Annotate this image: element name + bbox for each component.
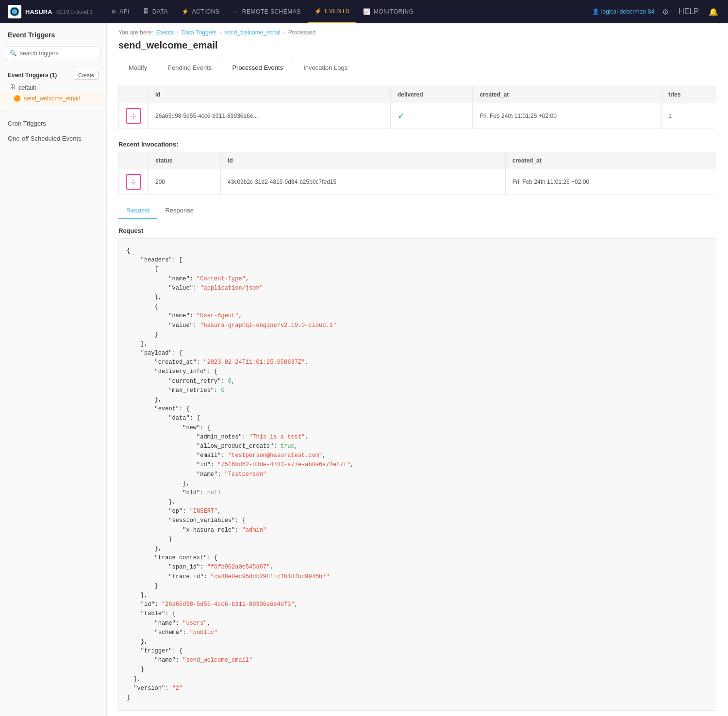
invocations-table-wrap: status id created_at ⊹ 200 43c03b2c-31d2… — [107, 152, 728, 195]
breadcrumb-data-triggers[interactable]: Data Triggers — [182, 29, 216, 36]
search-input[interactable] — [6, 47, 100, 60]
nav-actions-label: ACTIONS — [192, 8, 219, 15]
nav-events-label: EVENTS — [325, 8, 349, 15]
invocations-table: status id created_at ⊹ 200 43c03b2c-31d2… — [118, 152, 716, 195]
event-triggers-label: Event Triggers (1) — [8, 72, 57, 79]
tab-pending-events[interactable]: Pending Events — [157, 59, 222, 76]
col-tries: tries — [662, 86, 716, 103]
create-trigger-button[interactable]: Create — [74, 71, 99, 80]
breadcrumb-trigger-name[interactable]: send_welcome_email — [224, 29, 280, 36]
nav-api-label: API — [119, 8, 130, 15]
actions-icon: ⚡ — [182, 8, 189, 15]
help-label[interactable]: HELP — [677, 5, 701, 18]
notification-icon[interactable]: 🔔 — [707, 5, 720, 18]
version-text: v2.19.0-cloud.1 — [56, 9, 93, 15]
headers-key: "headers" — [141, 257, 172, 263]
inv-status-cell: 200 — [149, 169, 221, 195]
col-delivered: delivered — [390, 86, 472, 103]
inv-col-expand — [119, 152, 149, 169]
events-table-wrap: id delivered created_at tries ⊹ 26a65d98… — [107, 86, 728, 129]
remote-schemas-icon: ↔ — [233, 8, 239, 15]
inv-created-at-cell: Fri, Feb 24th 11:01:26 +02:00 — [505, 169, 716, 195]
sub-tab-response[interactable]: Response — [157, 203, 201, 219]
inv-col-status: status — [149, 152, 221, 169]
events-icon: ⚡ — [314, 8, 322, 15]
sidebar-item-oneoff[interactable]: One-off Scheduled Events — [0, 131, 106, 146]
event-triggers-header: Event Triggers (1) Create — [0, 68, 106, 82]
expand-cell: ⊹ — [119, 103, 149, 129]
nav-user[interactable]: 👤 logical-doberman-84 — [592, 8, 654, 15]
user-icon: 👤 — [592, 8, 599, 15]
code-section: Request { "headers": [ { "name": "Conten… — [107, 219, 728, 716]
app-layout: Event Triggers 🔍 Event Triggers (1) Crea… — [0, 23, 728, 716]
db-name: default — [18, 84, 36, 91]
nav-api[interactable]: ⚙ API — [104, 0, 136, 23]
data-icon: 🗄 — [143, 8, 149, 15]
monitoring-icon: 📈 — [363, 8, 371, 15]
username: logical-doberman-84 — [601, 8, 654, 15]
breadcrumb-label: You are here: — [118, 29, 153, 36]
logo-icon — [8, 5, 21, 18]
event-id-cell: 26a65d98-5d55-4cc6-b311-89936a6e... — [149, 103, 391, 129]
nav-data-label: DATA — [152, 8, 168, 15]
expand-row-button[interactable]: ⊹ — [126, 108, 141, 124]
event-created-at-cell: Fri, Feb 24th 11:01:25 +02:00 — [473, 103, 662, 129]
logo[interactable]: HASURA v2.19.0-cloud.1 — [8, 5, 93, 18]
top-nav: HASURA v2.19.0-cloud.1 ⚙ API 🗄 DATA ⚡ AC… — [0, 0, 728, 23]
page-title: send_welcome_email — [107, 38, 728, 59]
db-icon: 🗄 — [10, 84, 16, 91]
nav-events[interactable]: ⚡ EVENTS — [308, 0, 357, 23]
nav-monitoring-label: MONITORING — [374, 8, 414, 15]
nav-remote-schemas-label: REMOTE SCHEMAS — [242, 8, 301, 15]
tab-processed-events[interactable]: Processed Events — [222, 59, 293, 76]
logo-text: HASURA — [25, 8, 52, 16]
inv-col-created-at: created_at — [505, 152, 716, 169]
api-icon: ⚙ — [111, 8, 117, 15]
recent-invocations-title: Recent Invocations: — [107, 137, 728, 152]
sidebar: Event Triggers 🔍 Event Triggers (1) Crea… — [0, 23, 107, 716]
nav-remote-schemas[interactable]: ↔ REMOTE SCHEMAS — [226, 0, 308, 23]
breadcrumb-events[interactable]: Events — [156, 29, 174, 36]
sidebar-item-cron-triggers[interactable]: Cron Triggers — [0, 116, 106, 131]
request-title: Request — [118, 227, 716, 234]
breadcrumb-current: Processed — [288, 29, 316, 36]
col-created-at: created_at — [473, 86, 662, 103]
sub-tabs: Request Response — [107, 203, 728, 219]
search-icon: 🔍 — [10, 50, 17, 57]
table-row: ⊹ 200 43c03b2c-31d2-4815-9d34-b25b0c7fed… — [119, 169, 716, 195]
event-delivered-cell: ✓ — [390, 103, 472, 129]
sidebar-title: Event Triggers — [0, 23, 106, 43]
nav-right: 👤 logical-doberman-84 ⚙ HELP 🔔 — [592, 5, 720, 18]
inv-col-id: id — [221, 152, 506, 169]
main-content: You are here: Events › Data Triggers › s… — [107, 23, 728, 716]
delivered-check-icon: ✓ — [397, 111, 405, 121]
event-tries-cell: 1 — [662, 103, 716, 129]
col-id: id — [149, 86, 391, 103]
nav-monitoring[interactable]: 📈 MONITORING — [356, 0, 420, 23]
sub-tab-request[interactable]: Request — [118, 203, 157, 219]
inv-id-cell: 43c03b2c-31d2-4815-9d34-b25b0c7fed15 — [221, 169, 506, 195]
sidebar-separator — [0, 112, 106, 112]
trigger-icon: 🟠 — [14, 95, 21, 102]
expand-invocation-button[interactable]: ⊹ — [126, 174, 141, 190]
sidebar-search-wrap: 🔍 — [6, 47, 100, 60]
sidebar-item-trigger[interactable]: 🟠 send_welcome_email — [0, 93, 106, 104]
tabs: Modify Pending Events Processed Events I… — [107, 59, 728, 76]
col-expand — [119, 86, 149, 103]
nav-actions[interactable]: ⚡ ACTIONS — [175, 0, 226, 23]
table-row: ⊹ 26a65d98-5d55-4cc6-b311-89936a6e... ✓ … — [119, 103, 716, 129]
nav-data[interactable]: 🗄 DATA — [136, 0, 175, 23]
tab-invocation-logs[interactable]: Invocation Logs — [293, 59, 358, 76]
breadcrumb: You are here: Events › Data Triggers › s… — [107, 23, 728, 38]
tab-modify[interactable]: Modify — [118, 59, 157, 76]
events-table: id delivered created_at tries ⊹ 26a65d98… — [118, 86, 716, 129]
settings-icon[interactable]: ⚙ — [660, 5, 671, 18]
inv-expand-cell: ⊹ — [119, 169, 149, 195]
trigger-name: send_welcome_email — [24, 95, 80, 102]
sidebar-item-default[interactable]: 🗄 default — [0, 82, 106, 93]
code-block: { "headers": [ { "name": "Content-Type",… — [118, 238, 716, 711]
event-triggers-section: Event Triggers (1) Create 🗄 default 🟠 se… — [0, 64, 106, 108]
